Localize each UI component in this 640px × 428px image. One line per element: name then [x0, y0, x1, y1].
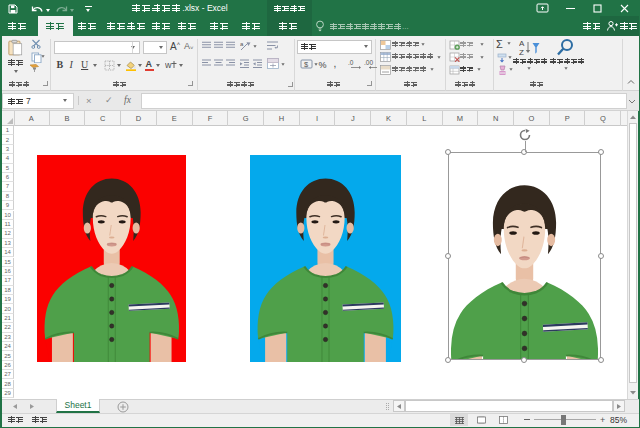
- svg-text:A: A: [519, 39, 525, 48]
- svg-text:.0: .0: [348, 59, 354, 66]
- svg-text:Z: Z: [519, 48, 524, 57]
- svg-text:a: a: [240, 41, 244, 47]
- svg-text:w: w: [165, 60, 172, 70]
- svg-text:.00: .00: [364, 59, 373, 66]
